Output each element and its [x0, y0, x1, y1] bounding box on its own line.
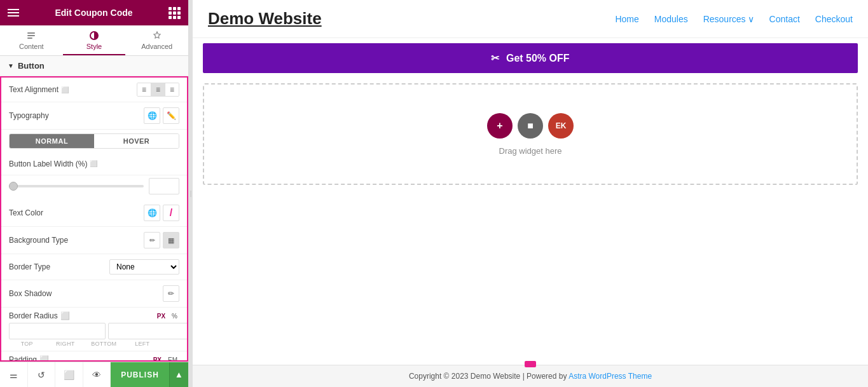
sublabel-left: LEFT — [125, 341, 161, 347]
button-section-header[interactable]: ▼ Button — [0, 56, 188, 76]
tab-content[interactable]: Content — [0, 25, 63, 55]
site-footer: Copyright © 2023 Demo Website | Powered … — [193, 365, 868, 387]
border-radius-top-input[interactable] — [9, 323, 106, 339]
typography-global-button[interactable]: 🌐 — [144, 107, 160, 124]
pink-indicator — [525, 361, 536, 367]
undo-button[interactable]: ↺ — [28, 362, 56, 387]
padding-label-group: Padding ⬜ — [9, 355, 49, 362]
text-alignment-label: Text Alignment — [9, 85, 59, 94]
widget-action-buttons: + ■ EK — [487, 113, 574, 139]
nav-resources[interactable]: Resources ∨ — [703, 14, 754, 24]
background-solid-button[interactable]: ✏ — [144, 232, 160, 248]
left-panel: Edit Coupon Code Content Style Advanced … — [0, 0, 189, 387]
background-type-label: Background Type — [9, 236, 68, 245]
panel-content-area: Text Alignment ⬜ ≡ ≡ ≡ Typography 🌐 ✏️ — [0, 76, 188, 362]
typography-row: Typography 🌐 ✏️ — [1, 102, 187, 130]
tab-style-label: Style — [86, 43, 102, 50]
right-panel: Demo Website Home Modules Resources ∨ Co… — [193, 0, 868, 387]
svg-rect-1 — [27, 35, 35, 36]
nav-resources-label: Resources — [703, 14, 746, 24]
border-radius-unit-buttons: PX % — [155, 312, 179, 320]
padding-header-row: Padding ⬜ PX EM — [9, 355, 179, 362]
widget-drop-zone: + ■ EK Drag widget here — [203, 83, 858, 185]
border-radius-header-row: Border Radius ⬜ PX % — [9, 311, 179, 320]
tab-content-label: Content — [19, 43, 44, 50]
nav-resources-chevron: ∨ — [748, 14, 754, 24]
section-label: Button — [18, 61, 45, 71]
border-radius-section: Border Radius ⬜ PX % 🔗 TOP RIGHT BOTTOM — [1, 308, 187, 351]
widget-ek-button[interactable]: EK — [548, 113, 574, 139]
padding-px-button[interactable]: PX — [151, 356, 163, 362]
border-radius-inputs: 🔗 — [9, 323, 179, 339]
padding-label: Padding — [9, 355, 37, 362]
svg-rect-0 — [27, 32, 35, 34]
widget-settings-button[interactable]: ■ — [518, 113, 543, 139]
text-color-label: Text Color — [9, 208, 43, 217]
chevron-down-icon: ▼ — [8, 62, 14, 69]
responsive-icon: ⬜ — [61, 86, 69, 93]
border-radius-label-group: Border Radius ⬜ — [9, 311, 70, 320]
button-label-width-label: Button Label Width (%) — [9, 160, 87, 168]
slider-thumb[interactable] — [9, 182, 18, 191]
promo-banner-text: Get 50% OFF — [506, 53, 570, 64]
border-radius-right-input[interactable] — [108, 323, 188, 339]
responsive-icon-3: ⬜ — [60, 311, 70, 320]
publish-dropdown-button[interactable]: ▲ — [169, 362, 188, 387]
border-radius-sublabels: TOP RIGHT BOTTOM LEFT — [9, 341, 179, 347]
nav-contact[interactable]: Contact — [769, 14, 800, 24]
tab-advanced[interactable]: Advanced — [125, 25, 188, 55]
text-color-global-button[interactable]: 🌐 — [144, 205, 160, 221]
nav-home[interactable]: Home — [615, 14, 638, 24]
text-color-swatch-button[interactable]: / — [163, 205, 179, 221]
nav-checkout[interactable]: Checkout — [815, 14, 853, 24]
background-type-controls: ✏ ▦ — [144, 232, 179, 248]
padding-section: Padding ⬜ PX EM 🔗 TOP RIGHT BOTTOM LEF — [1, 351, 187, 362]
typography-edit-button[interactable]: ✏️ — [163, 107, 179, 124]
state-normal-label: NORMAL — [36, 137, 68, 145]
tab-advanced-label: Advanced — [141, 43, 172, 50]
preview-button[interactable]: 👁 — [83, 362, 111, 387]
text-alignment-row: Text Alignment ⬜ ≡ ≡ ≡ — [1, 78, 187, 102]
promo-banner: ✂ Get 50% OFF — [203, 43, 858, 73]
border-radius-px-button[interactable]: PX — [155, 312, 167, 320]
responsive-icon-2: ⬜ — [90, 160, 97, 167]
tab-style[interactable]: Style — [63, 25, 126, 55]
scissors-icon: ✂ — [491, 53, 499, 64]
panel-title: Edit Coupon Code — [55, 8, 132, 18]
padding-unit-buttons: PX EM — [151, 356, 179, 362]
responsive-icon-4: ⬜ — [39, 355, 49, 362]
padding-em-button[interactable]: EM — [166, 356, 179, 362]
footer-link[interactable]: Astra WordPress Theme — [568, 372, 652, 381]
panel-tabs: Content Style Advanced — [0, 25, 188, 56]
sublabel-top: TOP — [9, 341, 45, 347]
responsive-mode-button[interactable]: ⬜ — [55, 362, 83, 387]
typography-label: Typography — [9, 111, 49, 120]
sublabel-bottom: BOTTOM — [86, 341, 122, 347]
hamburger-menu[interactable] — [8, 9, 19, 17]
slider-row — [1, 175, 187, 200]
layers-button[interactable]: ⚌ — [0, 362, 28, 387]
align-left-button[interactable]: ≡ — [137, 83, 151, 96]
nav-modules[interactable]: Modules — [654, 14, 688, 24]
border-type-label: Border Type — [9, 262, 50, 271]
svg-rect-2 — [27, 37, 32, 39]
background-gradient-button[interactable]: ▦ — [163, 232, 179, 248]
nav-links: Home Modules Resources ∨ Contact Checkou… — [615, 14, 853, 24]
widget-add-button[interactable]: + — [487, 113, 513, 139]
border-type-row: Border Type None Solid Dashed Dotted — [1, 254, 187, 280]
publish-button[interactable]: PUBLISH — [111, 362, 169, 387]
box-shadow-label: Box Shadow — [9, 289, 52, 298]
panel-bottom-bar: ⚌ ↺ ⬜ 👁 PUBLISH ▲ — [0, 362, 188, 387]
widget-area: + ■ EK Drag widget here — [203, 83, 858, 360]
state-normal-tab[interactable]: NORMAL — [10, 134, 94, 148]
border-radius-percent-button[interactable]: % — [170, 312, 179, 320]
box-shadow-controls: ✏ — [163, 285, 179, 302]
box-shadow-edit-button[interactable]: ✏ — [163, 285, 179, 302]
border-type-select[interactable]: None Solid Dashed Dotted — [109, 259, 179, 275]
grid-menu-icon[interactable] — [169, 7, 181, 19]
align-center-button[interactable]: ≡ — [151, 83, 165, 96]
align-right-button[interactable]: ≡ — [165, 83, 179, 96]
drag-widget-text: Drag widget here — [499, 146, 562, 156]
state-hover-tab[interactable]: HOVER — [94, 134, 179, 148]
slider-value-input[interactable] — [149, 178, 179, 194]
